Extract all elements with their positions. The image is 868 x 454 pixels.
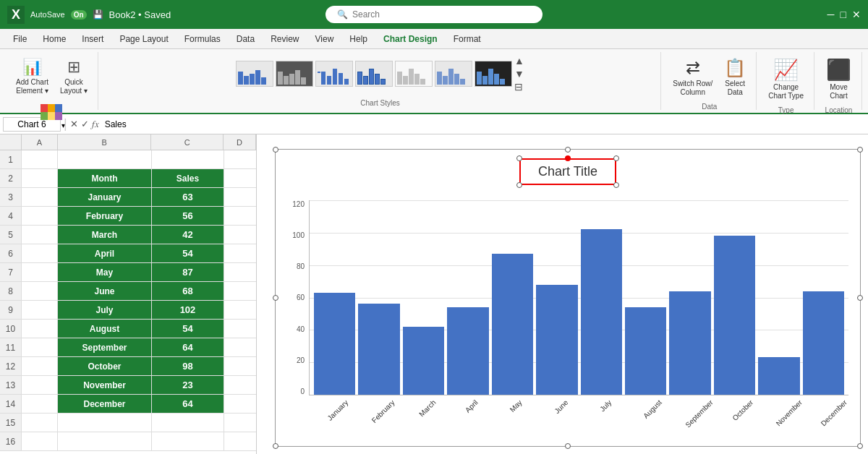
menu-help[interactable]: Help: [342, 31, 375, 47]
cell-a9[interactable]: [22, 301, 58, 320]
style-down-arrow[interactable]: ▼: [514, 68, 524, 80]
cell-c6[interactable]: 54: [152, 244, 224, 263]
bar-col-may[interactable]: [490, 200, 535, 395]
chart-handle-tl[interactable]: [273, 147, 278, 153]
move-chart-button[interactable]: ⬛ MoveChart: [822, 55, 856, 103]
chart-style-5[interactable]: [395, 61, 433, 87]
cell-c4[interactable]: 56: [152, 207, 224, 226]
cell-b5[interactable]: March: [58, 226, 152, 244]
chart-handle-bm[interactable]: [565, 443, 571, 449]
col-header-b[interactable]: B: [58, 134, 152, 150]
col-header-c[interactable]: C: [151, 134, 224, 150]
cell-b15[interactable]: [58, 414, 152, 432]
chart-handle-tm[interactable]: [565, 147, 571, 153]
cell-d15[interactable]: [224, 414, 257, 432]
cell-c5[interactable]: 42: [152, 226, 224, 244]
chart-title-handle-tr[interactable]: [613, 155, 619, 161]
cell-c7[interactable]: 87: [152, 263, 224, 282]
chart-container[interactable]: Chart Title 120 100 80 60 40 20 0: [275, 149, 861, 447]
cell-b14[interactable]: December: [58, 395, 152, 414]
menu-chart-design[interactable]: Chart Design: [376, 31, 445, 47]
style-expand-arrow[interactable]: ⊟: [514, 81, 524, 93]
menu-view[interactable]: View: [308, 31, 341, 47]
cell-b13[interactable]: November: [58, 376, 152, 395]
cell-b10[interactable]: August: [58, 320, 152, 338]
cell-a11[interactable]: [22, 338, 58, 357]
cell-d16[interactable]: [224, 432, 257, 451]
minimize-icon[interactable]: ─: [827, 9, 835, 20]
cell-a10[interactable]: [22, 320, 58, 338]
chart-style-3[interactable]: [315, 61, 353, 87]
chart-handle-ml[interactable]: [273, 295, 278, 301]
cell-d13[interactable]: [224, 376, 257, 395]
bar-col-september[interactable]: [668, 200, 712, 395]
quick-layout-button[interactable]: ⊞ QuickLayout ▾: [56, 55, 92, 98]
cell-c10[interactable]: 54: [152, 320, 224, 338]
cell-d11[interactable]: [224, 338, 257, 357]
cell-b3[interactable]: January: [58, 188, 152, 207]
confirm-formula-icon[interactable]: ✓: [81, 119, 89, 129]
cell-d3[interactable]: [224, 188, 257, 207]
bar-col-march[interactable]: [401, 200, 446, 395]
cell-d4[interactable]: [224, 207, 257, 226]
cell-c15[interactable]: [152, 414, 224, 432]
bar-col-july[interactable]: [579, 200, 624, 395]
cell-b2-header[interactable]: Month: [58, 169, 152, 188]
cell-d14[interactable]: [224, 395, 257, 414]
cell-c16[interactable]: [152, 432, 224, 451]
bar-col-november[interactable]: [757, 200, 801, 395]
menu-file[interactable]: File: [6, 31, 34, 47]
style-up-arrow[interactable]: ▲: [514, 55, 524, 67]
menu-home[interactable]: Home: [35, 31, 73, 47]
cell-b12[interactable]: October: [58, 357, 152, 376]
chart-title-box[interactable]: Chart Title: [519, 158, 616, 185]
cell-d12[interactable]: [224, 357, 257, 376]
cell-d5[interactable]: [224, 226, 257, 244]
autosave-toggle[interactable]: On: [71, 10, 87, 20]
cell-b6[interactable]: April: [58, 244, 152, 263]
cell-b16[interactable]: [58, 432, 152, 451]
menu-insert[interactable]: Insert: [75, 31, 111, 47]
maximize-icon[interactable]: □: [841, 9, 846, 20]
chart-style-7[interactable]: [475, 61, 512, 87]
chart-title-handle-br[interactable]: [613, 182, 619, 188]
chart-title-top-handle[interactable]: [565, 155, 571, 161]
cell-a1[interactable]: [22, 150, 58, 169]
chart-handle-bl[interactable]: [273, 443, 278, 449]
chart-style-1[interactable]: [236, 61, 273, 87]
bar-col-october[interactable]: [712, 200, 757, 395]
cell-c8[interactable]: 68: [152, 282, 224, 301]
cell-c12[interactable]: 98: [152, 357, 224, 376]
chart-handle-br[interactable]: [857, 443, 863, 449]
chart-handle-tr[interactable]: [857, 147, 863, 153]
chart-title-handle-tl[interactable]: [516, 155, 522, 161]
cell-b9[interactable]: July: [58, 301, 152, 320]
cell-d9[interactable]: [224, 301, 257, 320]
cancel-formula-icon[interactable]: ✕: [70, 119, 78, 129]
cell-b4[interactable]: February: [58, 207, 152, 226]
bar-col-february[interactable]: [357, 200, 401, 395]
bar-col-june[interactable]: [535, 200, 579, 395]
col-header-a[interactable]: A: [22, 134, 58, 150]
cell-c3[interactable]: 63: [152, 188, 224, 207]
change-chart-type-button[interactable]: 📈 ChangeChart Type: [764, 55, 808, 103]
cell-a8[interactable]: [22, 282, 58, 301]
cell-c13[interactable]: 23: [152, 376, 224, 395]
bar-col-august[interactable]: [624, 200, 668, 395]
chart-title-handle-bl[interactable]: [516, 182, 522, 188]
cell-d8[interactable]: [224, 282, 257, 301]
cell-a15[interactable]: [22, 414, 58, 432]
cell-b8[interactable]: June: [58, 282, 152, 301]
cell-c2-header[interactable]: Sales: [152, 169, 224, 188]
cell-d1[interactable]: [224, 150, 257, 169]
bar-col-january[interactable]: [312, 200, 357, 395]
cell-a14[interactable]: [22, 395, 58, 414]
cell-a6[interactable]: [22, 244, 58, 263]
close-icon[interactable]: ✕: [852, 9, 861, 20]
search-input[interactable]: [352, 9, 531, 20]
bar-col-december[interactable]: [801, 200, 846, 395]
function-icon[interactable]: 𝑓𝑥: [92, 119, 99, 130]
add-chart-element-button[interactable]: 📊 Add ChartElement ▾: [12, 55, 53, 98]
cell-a5[interactable]: [22, 226, 58, 244]
chart-style-2[interactable]: [276, 61, 313, 87]
